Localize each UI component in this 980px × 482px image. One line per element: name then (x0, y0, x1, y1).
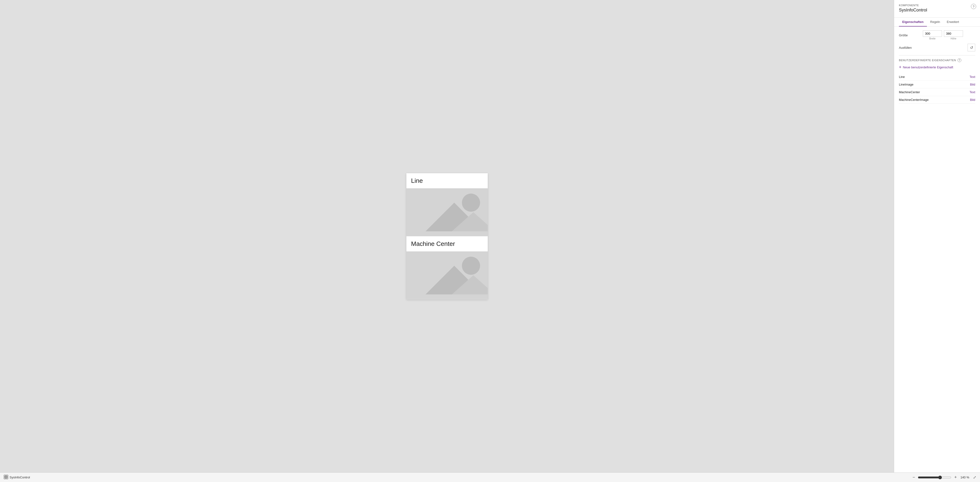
panel-body: Größe Breite Höhe Ausfüllen ↺ (894, 27, 980, 472)
ausfuellen-button[interactable]: ↺ (967, 44, 975, 51)
hoehe-input[interactable] (944, 30, 963, 37)
right-panel: KOMPONENTE SysInfoControl ? Eigenschafte… (894, 0, 980, 472)
property-list: Line Text LineImage Bild MachineCenter T… (899, 73, 975, 104)
groesse-label: Größe (899, 33, 923, 37)
hoehe-wrap: Höhe (944, 30, 963, 40)
status-component: SysInfoControl (4, 475, 30, 480)
groesse-row: Größe Breite Höhe (899, 30, 975, 40)
refresh-icon: ↺ (970, 45, 973, 50)
svg-rect-9 (6, 475, 8, 477)
svg-rect-8 (4, 475, 6, 477)
panel-header: KOMPONENTE SysInfoControl ? (894, 0, 980, 18)
divider-1 (899, 55, 975, 55)
panel-tabs: Eigenschaften Regeln Erweitert (894, 18, 980, 27)
machine-center-title: Machine Center (406, 236, 488, 251)
custom-props-header: BENUTZERDEFINIERTE EIGENSCHAFTEN ? (899, 58, 975, 62)
tab-erweitert[interactable]: Erweitert (943, 18, 962, 27)
zoom-in-button[interactable]: + (953, 475, 958, 480)
hoehe-label: Höhe (951, 37, 956, 40)
prop-name-lineimage: LineImage (899, 83, 913, 86)
tab-eigenschaften[interactable]: Eigenschaften (899, 18, 927, 27)
prop-type-lineimage[interactable]: Bild (970, 83, 975, 86)
svg-rect-11 (6, 477, 8, 479)
zoom-label: 140 % (960, 476, 969, 479)
prop-name-line: Line (899, 75, 905, 79)
panel-help-icon[interactable]: ? (971, 4, 976, 9)
svg-point-7 (462, 257, 480, 275)
prop-item-machinecenterimage: MachineCenterImage Bild (899, 96, 975, 104)
svg-rect-10 (4, 477, 6, 479)
size-inputs: Breite Höhe (923, 30, 963, 40)
panel-header-wrap: KOMPONENTE SysInfoControl ? Eigenschafte… (894, 0, 980, 27)
add-property-row[interactable]: + Neue benutzerdefinierte Eigenschaft (899, 65, 975, 69)
line-title: Line (406, 173, 488, 188)
line-section: Line (406, 173, 488, 236)
custom-props-help-icon[interactable]: ? (958, 58, 961, 62)
panel-section-label: KOMPONENTE (899, 4, 975, 7)
add-property-label: Neue benutzerdefinierte Eigenschaft (903, 65, 953, 69)
ausfuellen-label: Ausfüllen (899, 46, 923, 49)
machine-center-image-placeholder (406, 251, 488, 299)
zoom-out-button[interactable]: − (912, 475, 916, 480)
zoom-controls: − + 140 % ⤢ (912, 475, 976, 480)
prop-type-machinecenterimage[interactable]: Bild (970, 98, 975, 101)
component-icon (4, 475, 8, 480)
line-image-placeholder (406, 188, 488, 236)
prop-item-lineimage: LineImage Bild (899, 81, 975, 89)
ausfuellen-row: Ausfüllen ↺ (899, 44, 975, 51)
tab-regeln[interactable]: Regeln (927, 18, 943, 27)
breite-label: Breite (929, 37, 935, 40)
prop-name-machinecenter: MachineCenter (899, 90, 920, 94)
component-preview: Line Machine Center (406, 173, 488, 300)
component-name-label: SysInfoControl (10, 476, 30, 479)
expand-button[interactable]: ⤢ (973, 475, 976, 480)
prop-type-machinecenter[interactable]: Text (969, 90, 975, 94)
machine-center-section: Machine Center (406, 236, 488, 300)
breite-wrap: Breite (923, 30, 942, 40)
prop-item-line: Line Text (899, 73, 975, 81)
canvas-area: Line Machine Center (0, 0, 894, 472)
zoom-slider[interactable] (918, 476, 951, 479)
prop-type-line[interactable]: Text (969, 75, 975, 79)
svg-point-3 (462, 193, 480, 212)
plus-icon: + (899, 65, 902, 69)
custom-props-label: BENUTZERDEFINIERTE EIGENSCHAFTEN (899, 59, 956, 62)
status-bar: SysInfoControl − + 140 % ⤢ (0, 472, 980, 482)
panel-title: SysInfoControl (899, 8, 975, 13)
prop-item-machinecenter: MachineCenter Text (899, 89, 975, 96)
prop-name-machinecenterimage: MachineCenterImage (899, 98, 929, 101)
breite-input[interactable] (923, 30, 942, 37)
